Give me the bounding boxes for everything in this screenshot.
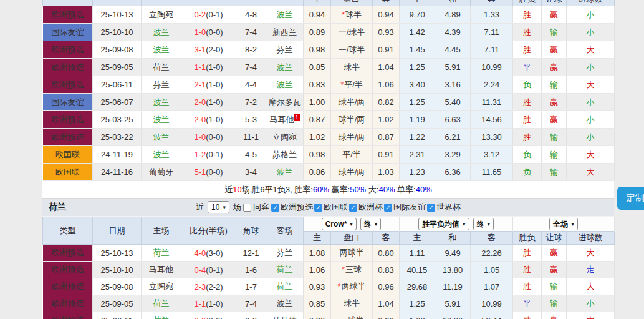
chevron-down-icon: ▾: [223, 203, 226, 212]
team-name: 波兰: [277, 10, 293, 19]
column-header: 客场: [266, 0, 304, 6]
handicap-home-odds-cell: 0.90: [304, 312, 331, 319]
handicap-line-cell: 球半: [331, 295, 373, 312]
league-checkbox[interactable]: ✓: [384, 204, 392, 212]
corner-cell: 11-1: [236, 129, 266, 146]
date-cell: 25-10-10: [93, 262, 142, 278]
draw-odds-cell: 13.80: [435, 262, 471, 278]
date-cell: 25-03-25: [93, 111, 142, 129]
league-checkbox[interactable]: ✓: [271, 204, 279, 212]
league-checkbox-label: 世界杯: [436, 202, 461, 213]
handicap-line-cell: 一/球半: [331, 24, 373, 41]
handicap-result-cell: 输: [542, 129, 567, 146]
odds-group-header: Crow*▾终▾: [304, 217, 400, 232]
corner-cell: 1-6: [236, 262, 266, 278]
team-name: 波兰: [277, 298, 293, 308]
handicap-away-odds-cell: 1.03: [373, 164, 400, 181]
halftime-score: (1-0): [206, 299, 223, 308]
table-row: 欧国联24-11-19波兰1-2(0-1)4-5苏格兰0.98平/半0.912.…: [43, 146, 615, 164]
handicap-result-cell: 输: [542, 24, 567, 41]
scope-select[interactable]: 全场▾: [549, 218, 578, 230]
column-header: 盘口: [331, 0, 373, 6]
handicap-away-odds-cell: 1.02: [373, 111, 400, 129]
handicap-away-odds-cell: 1.04: [373, 295, 400, 312]
filter-bar: 近 10 ▾ 场 同客 ✓欧洲预选✓欧国联✓欧洲杯✓国际友谊✓世界杯: [196, 201, 461, 213]
fulltime-score: 1-0: [194, 132, 206, 142]
column-header: 和: [435, 232, 471, 245]
draw-odds-cell: 11.19: [435, 278, 471, 295]
team-badge: 1: [294, 114, 299, 121]
home-team-cell: 葡萄牙: [142, 164, 181, 181]
league-cell: 欧国联: [43, 146, 93, 164]
date-cell: 25-09-08: [93, 41, 142, 59]
customize-button[interactable]: 定制: [617, 187, 644, 210]
table-row: 欧洲预选25-09-08波兰3-1(2-0)8-2芬兰0.98一/球半0.911…: [43, 41, 615, 59]
summary-text: 60%: [313, 185, 329, 194]
team-name: 荷兰: [153, 298, 170, 308]
result-cell: 胜: [513, 312, 542, 319]
handicap-line-cell: 球半/两: [331, 94, 373, 111]
handicap-home-odds-cell: 0.86: [304, 164, 331, 181]
table-row: 欧洲预选25-03-25波兰2-0(1-0)5-3马耳他10.87球半/两1.0…: [43, 111, 615, 129]
score-cell: 1-1(1-0): [181, 295, 236, 312]
handicap-away-odds-cell: 0.80: [373, 245, 400, 262]
result-cell: 胜: [513, 262, 542, 278]
handicap-line-cell: 球半/两: [331, 164, 373, 181]
column-header: 主场: [142, 217, 181, 245]
away-team-cell: 马耳他1: [266, 111, 304, 129]
league-checkbox[interactable]: ✓: [427, 204, 435, 212]
team-name: 波兰: [277, 80, 293, 89]
team-name: 荷兰: [277, 282, 293, 291]
bookmaker-select[interactable]: 胜平负均值▾: [418, 218, 469, 230]
handicap-line-cell: *球半: [331, 6, 373, 24]
section-title: 荷兰: [49, 202, 66, 213]
star-icon: *: [342, 265, 345, 274]
chevron-down-icon: ▾: [488, 220, 491, 229]
corner-cell: 4-4: [236, 76, 266, 94]
match-tables-panel: 类型日期主场比分(半场)角球客场Crow*▾终▾胜平负均值▾终▾全场▾主盘口客主…: [42, 0, 614, 319]
team-name: 波兰: [277, 62, 293, 72]
handicap-line-cell: *三球: [331, 262, 373, 278]
lose-odds-cell: 13.30: [471, 129, 513, 146]
halftime-score: (0-0): [206, 27, 223, 37]
dropdown-value: 全场: [553, 220, 568, 229]
fulltime-score: 2-3: [194, 282, 206, 292]
lose-odds-cell: 14.56: [471, 111, 513, 129]
summary-text: 40%: [378, 185, 395, 194]
date-cell: 24-11-19: [93, 146, 142, 164]
league-checkbox[interactable]: ✓: [349, 204, 357, 212]
lose-odds-cell: 11.65: [471, 164, 513, 181]
team-name: 荷兰: [277, 265, 293, 274]
handicap-line-cell: 球半: [331, 59, 373, 76]
home-team-cell: 波兰: [142, 41, 181, 59]
corner-cell: 4-5: [236, 146, 266, 164]
bookmaker-select[interactable]: Crow*▾: [322, 218, 357, 230]
league-checkbox[interactable]: ✓: [314, 204, 322, 212]
period-select[interactable]: 终▾: [473, 218, 494, 230]
team-name: 马耳他: [272, 315, 297, 319]
goals-result-cell: 小: [567, 59, 615, 76]
handicap-result-cell: 赢: [542, 94, 567, 111]
score-cell: 3-1(2-0): [181, 41, 236, 59]
same-away-checkbox[interactable]: [243, 204, 251, 212]
handicap-away-odds-cell: 0.87: [373, 129, 400, 146]
lose-odds-cell: 1.07: [471, 278, 513, 295]
corner-cell: 8-2: [236, 41, 266, 59]
home-team-cell: 芬兰: [142, 76, 181, 94]
home-team-cell: 波兰: [142, 94, 181, 111]
fulltime-score: 2-0: [194, 115, 206, 124]
recent-count-select[interactable]: 10 ▾: [208, 201, 229, 213]
fulltime-score: 2-1: [194, 80, 206, 89]
halftime-score: (1-0): [206, 115, 223, 124]
goals-result-cell: 小: [567, 24, 615, 41]
handicap-away-odds-cell: 0.82: [373, 94, 400, 111]
handicap-away-odds-cell: 0.93: [373, 24, 400, 41]
star-icon: *: [342, 10, 345, 19]
column-header: 客: [471, 0, 513, 6]
period-select[interactable]: 终▾: [360, 218, 382, 230]
date-cell: 25-06-11: [93, 76, 142, 94]
halftime-score: (1-0): [206, 80, 223, 89]
league-cell: 欧国联: [43, 164, 93, 181]
dropdown-value: 终: [477, 220, 484, 229]
result-cell: 胜: [513, 278, 542, 295]
